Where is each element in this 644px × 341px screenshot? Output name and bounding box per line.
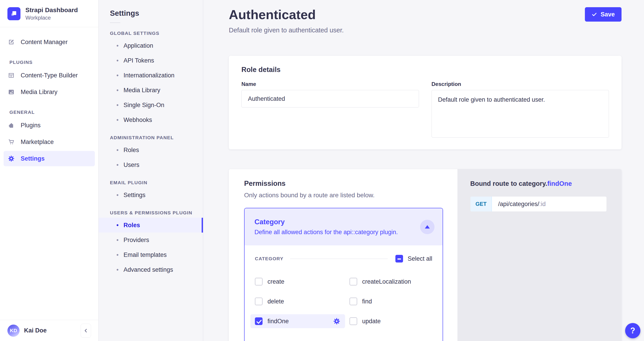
avatar[interactable]: KD <box>8 324 20 337</box>
sub-item-label: Application <box>124 42 153 49</box>
sub-item-label: Internationalization <box>124 72 174 79</box>
nav-section-general: GENERAL <box>10 110 98 115</box>
category-accordion-body: CATEGORY Select all create <box>244 245 442 328</box>
sub-item-label: Roles <box>124 147 139 154</box>
nav-section-plugins: PLUGINS <box>10 60 98 65</box>
update-checkbox[interactable] <box>350 317 357 325</box>
sub-item-application[interactable]: Application <box>99 38 203 53</box>
select-all-label: Select all <box>408 255 432 262</box>
sub-item-label: Users <box>124 162 139 168</box>
select-all-checkbox[interactable] <box>396 255 403 262</box>
sub-item-label: API Tokens <box>124 57 154 64</box>
layout-icon <box>8 72 15 79</box>
check-icon <box>592 12 597 17</box>
image-icon <box>8 88 15 96</box>
user-name: Kai Doe <box>24 327 76 334</box>
sub-item-single-sign-on[interactable]: Single Sign-On <box>99 98 203 113</box>
collapse-sidebar-button[interactable] <box>81 324 91 338</box>
sub-section-email-plugin: EMAIL PLUGIN <box>110 180 203 185</box>
description-label: Description <box>432 81 609 87</box>
sub-item-up-advanced-settings[interactable]: Advanced settings <box>99 262 203 277</box>
name-field[interactable] <box>242 90 419 108</box>
sub-item-internationalization[interactable]: Internationalization <box>99 68 203 83</box>
accordion-title: Category <box>254 218 398 226</box>
role-details-card: Role details Name Description Default ro… <box>229 56 622 149</box>
sub-nav-rule <box>110 23 120 23</box>
bound-route-panel: Bound route to category.findOne GET /api… <box>458 169 622 341</box>
pen-square-icon <box>8 39 15 46</box>
route-path-base: /api/categories/ <box>498 201 539 208</box>
findone-checkbox[interactable] <box>255 317 262 325</box>
bound-route-title: Bound route to category.findOne <box>470 180 607 187</box>
sub-item-up-providers[interactable]: Providers <box>99 233 203 247</box>
sub-item-label: Email templates <box>124 251 166 258</box>
save-button[interactable]: Save <box>585 7 622 22</box>
page-title: Authenticated <box>229 7 344 23</box>
create-checkbox[interactable] <box>255 278 262 285</box>
sub-item-api-tokens[interactable]: API Tokens <box>99 53 203 68</box>
permission-row-delete: delete <box>250 294 345 308</box>
bound-route-action: findOne <box>547 180 572 187</box>
sub-item-webhooks[interactable]: Webhooks <box>99 113 203 127</box>
workspace-name: Workplace <box>26 15 78 21</box>
permissions-section: Permissions Only actions bound by a rout… <box>229 169 622 341</box>
gear-icon <box>8 155 15 162</box>
permission-row-findone: findOne <box>250 314 345 328</box>
main-content: Authenticated Default role given to auth… <box>203 0 644 341</box>
permission-row-createlocalization: createLocalization <box>345 275 432 289</box>
name-label: Name <box>242 81 419 87</box>
nav-item-marketplace[interactable]: Marketplace <box>4 134 95 150</box>
sidebar-footer: KD Kai Doe <box>0 320 98 341</box>
permissions-panel: Permissions Only actions bound by a rout… <box>229 169 458 341</box>
sub-item-email-settings[interactable]: Settings <box>99 188 203 202</box>
permission-row-update: update <box>345 314 432 328</box>
route-path: /api/categories/:id <box>492 197 552 211</box>
sub-item-media-library[interactable]: Media Library <box>99 83 203 98</box>
app-title: Strapi Dashboard <box>26 6 78 14</box>
nav-item-content-type-builder[interactable]: Content-Type Builder <box>4 68 95 83</box>
role-details-heading: Role details <box>242 66 609 74</box>
category-accordion: Category Define all allowed actions for … <box>244 208 443 341</box>
sub-item-up-email-templates[interactable]: Email templates <box>99 247 203 262</box>
nav-item-label: Marketplace <box>21 139 54 146</box>
permission-label: update <box>362 318 381 325</box>
sub-item-label: Media Library <box>124 87 160 94</box>
createlocalization-checkbox[interactable] <box>350 278 357 285</box>
nav-item-media-library[interactable]: Media Library <box>4 84 95 100</box>
accordion-description: Define all allowed actions for the api::… <box>254 229 398 236</box>
sub-item-up-roles[interactable]: Roles <box>99 218 203 233</box>
sub-item-admin-roles[interactable]: Roles <box>99 143 203 157</box>
find-checkbox[interactable] <box>350 297 357 305</box>
sub-section-global-settings: GLOBAL SETTINGS <box>110 31 203 36</box>
accordion-collapse-button[interactable] <box>420 220 434 234</box>
permission-row-create: create <box>250 275 345 289</box>
route-display: GET /api/categories/:id <box>470 196 607 212</box>
nav-item-label: Content-Type Builder <box>21 72 78 79</box>
configure-permission-gear-icon[interactable] <box>333 317 340 325</box>
sub-item-admin-users[interactable]: Users <box>99 157 203 172</box>
description-field[interactable]: Default role given to authenticated user… <box>432 90 609 138</box>
nav-item-plugins[interactable]: Plugins <box>4 118 95 133</box>
nav-item-label: Media Library <box>21 89 58 96</box>
help-button[interactable]: ? <box>625 323 640 338</box>
permission-row-find: find <box>345 294 432 308</box>
sub-section-administration-panel: ADMINISTRATION PANEL <box>110 135 203 140</box>
select-all-control[interactable]: Select all <box>396 255 432 262</box>
route-path-param: :id <box>539 201 546 208</box>
nav-item-label: Settings <box>21 155 45 162</box>
page-header: Authenticated Default role given to auth… <box>229 7 622 34</box>
permission-label: find <box>362 298 372 305</box>
sub-item-label: Roles <box>124 222 140 229</box>
cart-icon <box>8 138 15 146</box>
category-accordion-header[interactable]: Category Define all allowed actions for … <box>244 208 442 245</box>
permissions-grid: create createLocalization delete fi <box>250 275 432 328</box>
delete-checkbox[interactable] <box>255 297 262 305</box>
nav-item-settings[interactable]: Settings <box>4 151 95 166</box>
nav-item-content-manager[interactable]: Content Manager <box>4 35 95 50</box>
permission-label: findOne <box>268 318 289 325</box>
permission-group-label: CATEGORY <box>255 256 284 261</box>
main-sidebar: Strapi Dashboard Workplace Content Manag… <box>0 0 99 341</box>
workspace-brand[interactable]: Strapi Dashboard Workplace <box>0 0 98 27</box>
http-method-badge: GET <box>470 197 492 211</box>
sub-item-label: Settings <box>124 192 146 199</box>
